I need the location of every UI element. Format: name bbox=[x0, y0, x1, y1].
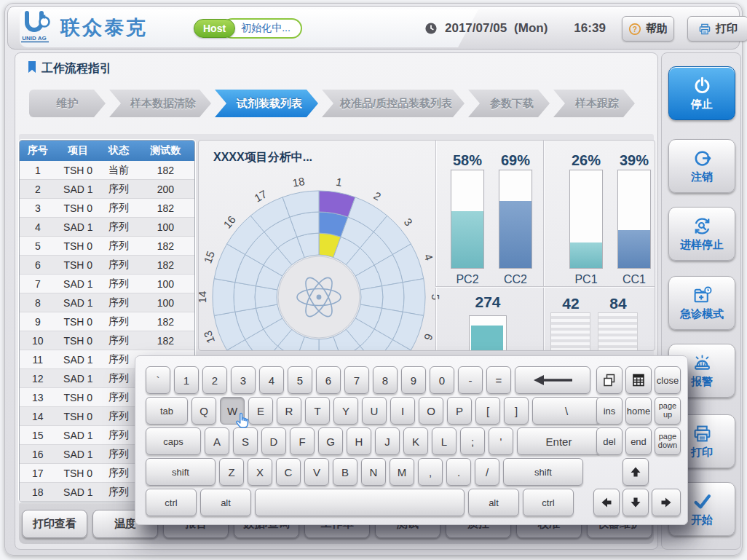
table-row[interactable]: 7SAD 1序列100 bbox=[20, 275, 194, 293]
key-[[interactable]: [ bbox=[475, 397, 500, 425]
key-end[interactable]: end bbox=[625, 427, 652, 455]
key-ctrl[interactable]: ctrl bbox=[523, 489, 574, 516]
key-Z[interactable]: Z bbox=[219, 458, 244, 486]
help-button[interactable]: ? 帮助 bbox=[622, 16, 674, 42]
table-row[interactable]: 3TSH 0序列182 bbox=[20, 199, 194, 218]
key-7[interactable]: 7 bbox=[344, 366, 369, 394]
key--[interactable]: - bbox=[458, 366, 483, 394]
key-A[interactable]: A bbox=[205, 427, 229, 455]
arrow-down-key[interactable] bbox=[622, 489, 649, 516]
space-key[interactable] bbox=[255, 489, 465, 516]
key-'[interactable]: ' bbox=[489, 427, 513, 455]
key-3[interactable]: 3 bbox=[231, 366, 256, 394]
table-row[interactable]: 10TSH 0序列182 bbox=[20, 331, 194, 350]
key-9[interactable]: 9 bbox=[401, 366, 426, 394]
key-4[interactable]: 4 bbox=[259, 366, 284, 394]
table-cell: TSH 0 bbox=[56, 199, 100, 217]
key-L[interactable]: L bbox=[432, 427, 456, 455]
key-T[interactable]: T bbox=[305, 397, 330, 425]
workflow-tab-3[interactable]: 试剂装载列表 bbox=[215, 90, 318, 117]
key-ins[interactable]: ins bbox=[596, 397, 622, 425]
key-,[interactable]: , bbox=[418, 458, 443, 486]
key-page down[interactable]: page down bbox=[655, 427, 681, 455]
workflow-tab-5[interactable]: 参数下载 bbox=[468, 90, 550, 117]
arrow-left-key[interactable] bbox=[593, 489, 620, 516]
key-B[interactable]: B bbox=[333, 458, 357, 486]
key-.[interactable]: . bbox=[446, 458, 471, 486]
key-2[interactable]: 2 bbox=[202, 366, 227, 394]
key-G[interactable]: G bbox=[318, 427, 343, 455]
print-button-top[interactable]: 打印 bbox=[687, 16, 747, 42]
key-W[interactable]: W bbox=[220, 397, 245, 425]
workflow-tab-6[interactable]: 样本跟踪 bbox=[553, 90, 635, 117]
table-row[interactable]: 2SAD 1序列200 bbox=[20, 180, 194, 199]
table-cell: 16 bbox=[20, 445, 56, 463]
workflow-tab-1[interactable]: 维护 bbox=[29, 90, 106, 117]
key-J[interactable]: J bbox=[375, 427, 400, 455]
sidebar-button-4[interactable]: 急诊模式 bbox=[668, 276, 735, 330]
close-key[interactable]: close bbox=[655, 366, 681, 394]
key-X[interactable]: X bbox=[248, 458, 272, 486]
table-cell: 序列 bbox=[100, 275, 137, 293]
key-V[interactable]: V bbox=[304, 458, 329, 486]
copy-key[interactable] bbox=[596, 366, 622, 394]
workflow-tab-2[interactable]: 样本数据清除 bbox=[109, 90, 211, 117]
key-=[interactable]: = bbox=[486, 366, 511, 394]
key-shift[interactable]: shift bbox=[503, 458, 583, 486]
sidebar-button-2[interactable]: 注销 bbox=[668, 139, 735, 193]
sidebar-button-1[interactable]: 停止 bbox=[668, 66, 735, 120]
numpad-key[interactable] bbox=[625, 366, 652, 394]
arrow-up-key[interactable] bbox=[622, 458, 649, 486]
key-S[interactable]: S bbox=[233, 427, 258, 455]
key-shift[interactable]: shift bbox=[146, 458, 216, 486]
key-\[interactable]: \ bbox=[532, 397, 601, 425]
key-K[interactable]: K bbox=[403, 427, 428, 455]
key-M[interactable]: M bbox=[390, 458, 414, 486]
key-R[interactable]: R bbox=[277, 397, 301, 425]
key-H[interactable]: H bbox=[347, 427, 371, 455]
table-row[interactable]: 4SAD 1序列100 bbox=[20, 218, 194, 237]
key-E[interactable]: E bbox=[248, 397, 273, 425]
key-`[interactable]: ` bbox=[146, 366, 170, 394]
key-U[interactable]: U bbox=[362, 397, 387, 425]
sidebar-button-3[interactable]: 进样停止 bbox=[668, 207, 735, 261]
table-row[interactable]: 6TSH 0序列182 bbox=[20, 256, 194, 275]
table-row[interactable]: 5TSH 0序列182 bbox=[20, 237, 194, 256]
key-del[interactable]: del bbox=[596, 427, 622, 455]
key-P[interactable]: P bbox=[447, 397, 472, 425]
key-O[interactable]: O bbox=[419, 397, 443, 425]
gauge-percent-PC1: 26% bbox=[561, 152, 612, 169]
table-row[interactable]: 8SAD 1序列100 bbox=[20, 293, 194, 312]
key-D[interactable]: D bbox=[261, 427, 286, 455]
key-6[interactable]: 6 bbox=[316, 366, 341, 394]
enter-key[interactable]: Enter bbox=[517, 427, 601, 455]
key-Y[interactable]: Y bbox=[333, 397, 358, 425]
key-][interactable]: ] bbox=[504, 397, 529, 425]
key-N[interactable]: N bbox=[361, 458, 386, 486]
key-alt[interactable]: alt bbox=[200, 489, 251, 516]
key-5[interactable]: 5 bbox=[288, 366, 312, 394]
bottom-nav-button-1[interactable]: 打印查看 bbox=[22, 510, 87, 538]
key-ctrl[interactable]: ctrl bbox=[146, 489, 197, 516]
workflow-tab-4[interactable]: 校准品/质控品装载列表 bbox=[322, 90, 465, 117]
table-row[interactable]: 9TSH 0序列182 bbox=[20, 312, 194, 331]
key-I[interactable]: I bbox=[390, 397, 415, 425]
table-row[interactable]: 1TSH 0当前182 bbox=[20, 161, 194, 180]
key-F[interactable]: F bbox=[290, 427, 315, 455]
key-/[interactable]: / bbox=[475, 458, 499, 486]
key-page up[interactable]: page up bbox=[655, 397, 681, 425]
arrow-right-key[interactable] bbox=[652, 489, 681, 516]
key-Q[interactable]: Q bbox=[191, 397, 216, 425]
key-;[interactable]: ; bbox=[460, 427, 485, 455]
keyboard-side-block: delendpage down bbox=[596, 427, 681, 455]
key-alt[interactable]: alt bbox=[468, 489, 519, 516]
key-home[interactable]: home bbox=[625, 397, 652, 425]
key-tab[interactable]: tab bbox=[146, 397, 188, 425]
key-8[interactable]: 8 bbox=[373, 366, 398, 394]
key-C[interactable]: C bbox=[276, 458, 301, 486]
key-0[interactable]: 0 bbox=[430, 366, 454, 394]
backspace-key[interactable] bbox=[515, 366, 590, 394]
key-caps[interactable]: caps bbox=[146, 427, 201, 455]
key-1[interactable]: 1 bbox=[174, 366, 199, 394]
table-cell: TSH 0 bbox=[56, 237, 100, 255]
